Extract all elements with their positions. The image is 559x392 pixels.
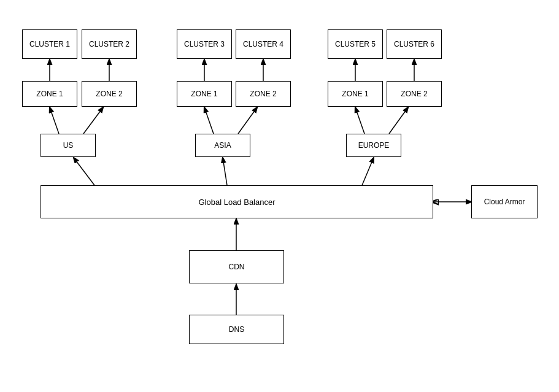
cluster3-box: CLUSTER 3 <box>177 29 232 59</box>
svg-line-6 <box>83 107 103 134</box>
zone2-asia-box: ZONE 2 <box>236 81 291 107</box>
zone1-asia-box: ZONE 1 <box>177 81 232 107</box>
europe-box: EUROPE <box>346 134 401 157</box>
svg-line-3 <box>223 158 227 185</box>
us-box: US <box>40 134 96 157</box>
zone2-us-box: ZONE 2 <box>82 81 137 107</box>
zone1-us-box: ZONE 1 <box>22 81 77 107</box>
dns-box: DNS <box>189 315 284 344</box>
glb-box: Global Load Balancer <box>40 185 433 218</box>
zone2-eu-box: ZONE 2 <box>387 81 442 107</box>
cluster1-box: CLUSTER 1 <box>22 29 77 59</box>
architecture-diagram: CLUSTER 1 CLUSTER 2 CLUSTER 3 CLUSTER 4 … <box>0 0 559 392</box>
cluster6-box: CLUSTER 6 <box>387 29 442 59</box>
zone1-eu-box: ZONE 1 <box>328 81 383 107</box>
svg-line-9 <box>355 107 364 134</box>
cluster4-box: CLUSTER 4 <box>236 29 291 59</box>
cluster2-box: CLUSTER 2 <box>82 29 137 59</box>
cdn-box: CDN <box>189 250 284 283</box>
asia-box: ASIA <box>195 134 250 157</box>
svg-line-8 <box>238 107 257 134</box>
cloudarmor-box: Cloud Armor <box>471 185 538 218</box>
svg-line-2 <box>74 158 94 185</box>
svg-line-7 <box>204 107 214 134</box>
svg-line-4 <box>362 158 374 185</box>
svg-line-10 <box>389 107 408 134</box>
svg-line-5 <box>50 107 59 134</box>
cluster5-box: CLUSTER 5 <box>328 29 383 59</box>
